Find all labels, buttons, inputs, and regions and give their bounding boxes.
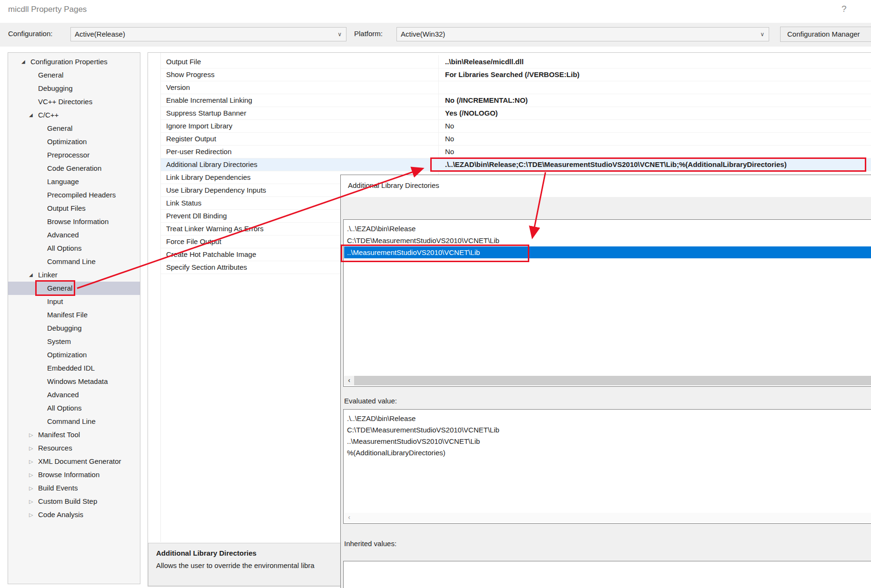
property-value[interactable]: No — [442, 146, 454, 158]
platform-combo-value: Active(Win32) — [401, 30, 445, 38]
property-value[interactable]: Yes (/NOLOGO) — [442, 107, 498, 119]
configuration-label: Configuration: — [8, 29, 52, 38]
directory-item[interactable]: C:\TDE\MeasurementStudioVS2010\VCNET\Lib — [344, 235, 871, 246]
directory-list[interactable]: ‹ .\..\EZAD\bin\ReleaseC:\TDE\Measuremen… — [343, 219, 871, 387]
tree-item-debugging[interactable]: Debugging — [8, 82, 140, 95]
tree-item-label: Optimization — [47, 135, 87, 148]
property-value[interactable]: No — [442, 133, 454, 145]
tree-item-command-line[interactable]: Command Line — [8, 415, 140, 428]
tree-item-build-events[interactable]: ▷Build Events — [8, 481, 140, 495]
property-label: Show Progress — [166, 69, 215, 81]
tree-item-general[interactable]: General — [8, 69, 140, 82]
tree-collapsed-icon[interactable]: ▷ — [29, 428, 33, 441]
tree-item-debugging[interactable]: Debugging — [8, 322, 140, 335]
property-row-per-user-redirection[interactable]: Per-user RedirectionNo — [161, 146, 871, 158]
tree-item-browse-information[interactable]: Browse Information — [8, 215, 140, 228]
tree-item-custom-build-step[interactable]: ▷Custom Build Step — [8, 495, 140, 508]
tree-item-configuration-properties[interactable]: ◢Configuration Properties — [8, 55, 140, 69]
dialog-titlebar[interactable]: Additional Library Directories — [341, 175, 871, 197]
scroll-left-icon[interactable]: ‹ — [344, 513, 354, 522]
tree-item-label: Output Files — [47, 202, 86, 215]
tree-item-label: Custom Build Step — [38, 495, 97, 508]
tree-item-all-options[interactable]: All Options — [8, 402, 140, 415]
evaluated-value-box[interactable]: ‹ .\..\EZAD\bin\ReleaseC:\TDE\Measuremen… — [343, 409, 871, 524]
tree-item-label: Input — [47, 295, 63, 308]
tree-collapsed-icon[interactable]: ▷ — [29, 481, 33, 495]
property-row-suppress-startup-banner[interactable]: Suppress Startup BannerYes (/NOLOGO) — [161, 107, 871, 120]
chevron-down-icon: ∨ — [760, 28, 764, 41]
tree-item-label: C/C++ — [38, 108, 59, 122]
property-label: Register Output — [166, 133, 216, 145]
property-value[interactable]: For Libraries Searched (/VERBOSE:Lib) — [442, 69, 580, 81]
tree-item-preprocessor[interactable]: Preprocessor — [8, 148, 140, 162]
tree-item-manifest-tool[interactable]: ▷Manifest Tool — [8, 428, 140, 441]
tree-item-optimization[interactable]: Optimization — [8, 348, 140, 362]
tree-item-language[interactable]: Language — [8, 175, 140, 188]
tree-item-label: General — [38, 69, 63, 82]
tree-item-resources[interactable]: ▷Resources — [8, 441, 140, 455]
tree-expanded-icon[interactable]: ◢ — [29, 268, 33, 282]
tree-item-embedded-idl[interactable]: Embedded IDL — [8, 362, 140, 375]
tree-item-browse-information[interactable]: ▷Browse Information — [8, 468, 140, 481]
tree-item-manifest-file[interactable]: Manifest File — [8, 308, 140, 322]
property-label: Additional Library Directories — [166, 158, 257, 171]
property-row-show-progress[interactable]: Show ProgressFor Libraries Searched (/VE… — [161, 69, 871, 81]
tree-item-advanced[interactable]: Advanced — [8, 388, 140, 402]
tree-collapsed-icon[interactable]: ▷ — [29, 455, 33, 468]
help-icon[interactable]: ? — [841, 4, 847, 14]
property-row-additional-library-directories[interactable]: Additional Library Directories.\..\EZAD\… — [161, 158, 871, 171]
tree-item-label: Debugging — [38, 82, 73, 95]
tree-collapsed-icon[interactable]: ▷ — [29, 495, 33, 508]
tree-expanded-icon[interactable]: ◢ — [21, 55, 25, 69]
tree-item-label: Preprocessor — [47, 148, 89, 162]
property-row-register-output[interactable]: Register OutputNo — [161, 133, 871, 146]
property-value[interactable]: .\..\EZAD\bin\Release;C:\TDE\Measurement… — [442, 158, 787, 171]
tree-item-system[interactable]: System — [8, 335, 140, 348]
tree-item-advanced[interactable]: Advanced — [8, 228, 140, 242]
tree-item-output-files[interactable]: Output Files — [8, 202, 140, 215]
configuration-combo[interactable]: Active(Release) ∨ — [70, 27, 346, 41]
tree-item-general[interactable]: General — [8, 122, 140, 135]
directory-item-selected[interactable]: ..\MeasurementStudioVS2010\VCNET\Lib — [344, 246, 871, 258]
tree-item-label: System — [47, 335, 71, 348]
tree-item-label: Embedded IDL — [47, 362, 95, 375]
tree-item-code-analysis[interactable]: ▷Code Analysis — [8, 508, 140, 521]
tree-item-c-c-[interactable]: ◢C/C++ — [8, 108, 140, 122]
directory-item[interactable]: .\..\EZAD\bin\Release — [344, 223, 871, 235]
tree-item-all-options[interactable]: All Options — [8, 242, 140, 255]
property-value[interactable]: No — [442, 120, 454, 132]
scroll-left-icon[interactable]: ‹ — [344, 376, 354, 385]
grid-margin-column — [148, 53, 161, 542]
tree-item-general[interactable]: General — [8, 282, 140, 295]
tree-item-input[interactable]: Input — [8, 295, 140, 308]
property-row-enable-incremental-linking[interactable]: Enable Incremental LinkingNo (/INCREMENT… — [161, 94, 871, 107]
property-value[interactable]: ..\bin\Release/micdll.dll — [442, 56, 524, 68]
tree-item-vc-directories[interactable]: VC++ Directories — [8, 95, 140, 108]
inherited-values-box[interactable] — [343, 561, 871, 588]
tree-item-label: Manifest Tool — [38, 428, 80, 441]
horizontal-scrollbar[interactable]: ‹ — [344, 376, 871, 385]
property-row-version[interactable]: Version — [161, 81, 871, 94]
tree-item-command-line[interactable]: Command Line — [8, 255, 140, 268]
property-pages-window: micdll Property Pages ? Configuration: A… — [0, 0, 871, 588]
tree-expanded-icon[interactable]: ◢ — [29, 108, 33, 122]
property-label: Treat Linker Warning As Errors — [166, 223, 264, 235]
tree-item-precompiled-headers[interactable]: Precompiled Headers — [8, 188, 140, 202]
property-value[interactable]: No (/INCREMENTAL:NO) — [442, 94, 528, 107]
tree-collapsed-icon[interactable]: ▷ — [29, 441, 33, 455]
configuration-manager-button[interactable]: Configuration Manager — [780, 27, 871, 42]
tree-item-xml-document-generator[interactable]: ▷XML Document Generator — [8, 455, 140, 468]
tree-item-linker[interactable]: ◢Linker — [8, 268, 140, 282]
additional-library-directories-dialog: Additional Library Directories ‹ .\..\EZ… — [340, 175, 871, 588]
tree-item-windows-metadata[interactable]: Windows Metadata — [8, 375, 140, 388]
tree-item-optimization[interactable]: Optimization — [8, 135, 140, 148]
platform-combo[interactable]: Active(Win32) ∨ — [396, 27, 769, 41]
tree-collapsed-icon[interactable]: ▷ — [29, 468, 33, 481]
configuration-toolbar: Configuration: Active(Release) ∨ Platfor… — [0, 23, 871, 47]
tree-item-code-generation[interactable]: Code Generation — [8, 162, 140, 175]
evaluated-value-line: %(AdditionalLibraryDirectories) — [347, 447, 871, 459]
horizontal-scrollbar[interactable]: ‹ — [344, 513, 871, 522]
property-row-ignore-import-library[interactable]: Ignore Import LibraryNo — [161, 120, 871, 133]
tree-collapsed-icon[interactable]: ▷ — [29, 508, 33, 521]
property-row-output-file[interactable]: Output File..\bin\Release/micdll.dll — [161, 56, 871, 69]
